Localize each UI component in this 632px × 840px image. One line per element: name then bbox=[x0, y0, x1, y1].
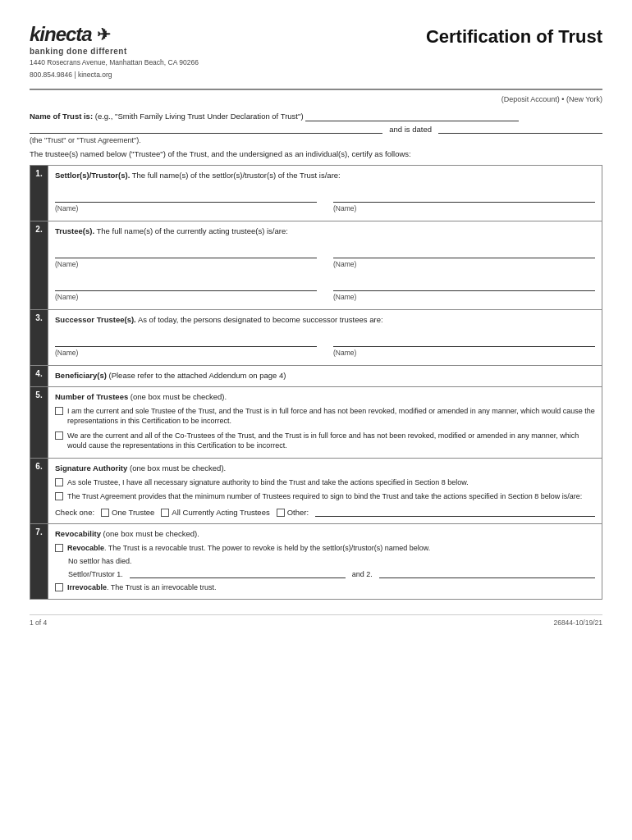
settlor-2-field[interactable] bbox=[379, 568, 595, 578]
section-5-subtitle: (one box must be checked). bbox=[131, 392, 227, 401]
section-2-name-fields-1: (Name) (Name) bbox=[55, 247, 595, 268]
section-2-name1-field[interactable] bbox=[55, 247, 317, 258]
logo-text: kinecta ✈ bbox=[30, 23, 199, 46]
section-3-name2-label: (Name) bbox=[333, 349, 595, 357]
trust-name-continued-field[interactable] bbox=[30, 124, 382, 134]
settlor-1-field[interactable] bbox=[130, 568, 346, 578]
logo-address-line1: 1440 Rosecrans Avenue, Manhattan Beach, … bbox=[30, 57, 199, 68]
section-6-checkbox1[interactable] bbox=[55, 478, 63, 486]
one-trustee-checkbox[interactable] bbox=[101, 509, 109, 517]
section-6-content: Signature Authority (one box must be che… bbox=[48, 458, 602, 523]
section-6-checkbox1-text: As sole Trustee, I have all necessary si… bbox=[67, 477, 595, 488]
section-5-checkbox2-row: We are the current and all of the Co-Tru… bbox=[55, 431, 595, 451]
section-2-name2: (Name) bbox=[333, 247, 595, 268]
irrevocable-checkbox[interactable] bbox=[55, 583, 63, 591]
section-1-name2-field[interactable] bbox=[333, 191, 595, 203]
section-5-checkbox2[interactable] bbox=[55, 431, 63, 440]
revocable-checkbox[interactable] bbox=[55, 544, 63, 552]
trust-name-field[interactable] bbox=[305, 112, 519, 121]
check-one-trustee: One Trustee bbox=[101, 508, 154, 517]
sections-table: 1. Settlor(s)/Trustor(s). The full name(… bbox=[30, 165, 602, 600]
logo-bird-icon: ✈ bbox=[97, 25, 111, 44]
section-2-name4-field[interactable] bbox=[333, 280, 595, 291]
section-6-checkbox2-row: The Trust Agreement provides that the mi… bbox=[55, 491, 595, 502]
section-5-title: Number of Trustees bbox=[55, 392, 128, 401]
section-3-title: Successor Trustee(s). bbox=[55, 315, 136, 324]
section-1-row: 1. Settlor(s)/Trustor(s). The full name(… bbox=[30, 165, 602, 221]
other-label: Other: bbox=[287, 508, 309, 517]
logo-name: kinecta bbox=[30, 23, 92, 46]
section-6-title: Signature Authority bbox=[55, 463, 127, 472]
section-4-subtitle: (Please refer to the attached Addendum o… bbox=[108, 371, 286, 380]
section-6-checkbox2[interactable] bbox=[55, 492, 63, 500]
section-7-revocable-row: Revocable. The Trust is a revocable trus… bbox=[55, 543, 595, 554]
section-2-name2-label: (Name) bbox=[333, 260, 595, 268]
other-field[interactable] bbox=[315, 507, 595, 517]
section-1-num: 1. bbox=[30, 165, 48, 221]
doc-subtitle: (Deposit Account) • (New York) bbox=[30, 95, 602, 103]
doc-title: Certification of Trust bbox=[426, 26, 602, 48]
section-3-name1-label: (Name) bbox=[55, 349, 317, 357]
section-5-content: Number of Trustees (one box must be chec… bbox=[48, 386, 602, 458]
section-2-name-fields-2: (Name) (Name) bbox=[55, 280, 595, 301]
section-7-irrevocable-row: Irrevocable. The Trust is an irrevocable… bbox=[55, 582, 595, 593]
section-3-row: 3. Successor Trustee(s). As of today, th… bbox=[30, 309, 602, 365]
other-checkbox[interactable] bbox=[277, 509, 285, 517]
section-7-row: 7. Revocability (one box must be checked… bbox=[30, 524, 602, 600]
section-1-subtitle: The full name(s) of the settlor(s)/trust… bbox=[132, 171, 341, 180]
section-5-checkbox2-text: We are the current and all of the Co-Tru… bbox=[67, 431, 595, 451]
section-5-num: 5. bbox=[30, 386, 48, 458]
certify-text: The trustee(s) named below ("Trustee") o… bbox=[30, 149, 602, 158]
all-trustees-checkbox[interactable] bbox=[161, 509, 169, 517]
section-2-content: Trustee(s). The full name(s) of the curr… bbox=[48, 221, 602, 309]
section-2-subtitle: The full name(s) of the currently acting… bbox=[97, 226, 288, 235]
irrevocable-text: Irrevocable. The Trust is an irrevocable… bbox=[67, 582, 595, 593]
section-2-name2-field[interactable] bbox=[333, 247, 595, 258]
settlor-line-row: Settlor/Trustor 1. and 2. bbox=[68, 568, 595, 578]
section-7-content: Revocability (one box must be checked). … bbox=[48, 524, 602, 600]
section-5-row: 5. Number of Trustees (one box must be c… bbox=[30, 386, 602, 458]
section-2-title: Trustee(s). bbox=[55, 226, 94, 235]
section-3-num: 3. bbox=[30, 309, 48, 365]
irrevocable-label: Irrevocable bbox=[67, 583, 107, 591]
section-3-subtitle: As of today, the persons designated to b… bbox=[138, 315, 383, 324]
settlor-trustor-label: Settlor/Trustor 1. bbox=[68, 570, 123, 578]
all-trustees-label: All Currently Acting Trustees bbox=[172, 508, 269, 517]
form-body: Name of Trust is: (e.g., "Smith Family L… bbox=[30, 112, 602, 600]
page-number: 1 of 4 bbox=[30, 619, 47, 627]
section-1-name1-label: (Name) bbox=[55, 204, 317, 212]
section-2-name3-label: (Name) bbox=[55, 293, 317, 301]
section-3-name1-field[interactable] bbox=[55, 336, 317, 347]
section-3-name2-field[interactable] bbox=[333, 336, 595, 347]
section-5-checkbox1-text: I am the current and sole Trustee of the… bbox=[67, 406, 595, 427]
section-3-name2: (Name) bbox=[333, 336, 595, 357]
no-settlor-text: No settlor has died. bbox=[68, 557, 595, 565]
section-1-name1: (Name) bbox=[55, 191, 317, 212]
section-3-name-fields: (Name) (Name) bbox=[55, 336, 595, 357]
section-2-name4-label: (Name) bbox=[333, 293, 595, 301]
section-3-content: Successor Trustee(s). As of today, the p… bbox=[48, 309, 602, 365]
section-2-name4: (Name) bbox=[333, 280, 595, 301]
section-4-title: Beneficiary(s) bbox=[55, 371, 107, 380]
section-3-name1: (Name) bbox=[55, 336, 317, 357]
section-4-num: 4. bbox=[30, 365, 48, 386]
section-1-content: Settlor(s)/Trustor(s). The full name(s) … bbox=[48, 165, 602, 221]
section-5-checkbox1-row: I am the current and sole Trustee of the… bbox=[55, 406, 595, 427]
trust-agreement-label: (the "Trust" or "Trust Agreement"). bbox=[30, 136, 602, 144]
page: kinecta ✈ banking done different 1440 Ro… bbox=[0, 0, 632, 840]
trust-name-row: Name of Trust is: (e.g., "Smith Family L… bbox=[30, 112, 602, 121]
section-2-name3-field[interactable] bbox=[55, 280, 317, 291]
section-1-name1-field[interactable] bbox=[55, 191, 317, 203]
section-7-title: Revocability bbox=[55, 529, 101, 538]
section-6-subtitle: (one box must be checked). bbox=[130, 463, 226, 472]
section-2-name1-label: (Name) bbox=[55, 260, 317, 268]
section-2-num: 2. bbox=[30, 221, 48, 309]
trust-date-field[interactable] bbox=[438, 124, 602, 134]
section-1-title: Settlor(s)/Trustor(s). bbox=[55, 171, 130, 180]
check-other: Other: bbox=[277, 508, 309, 517]
section-5-checkbox1[interactable] bbox=[55, 407, 63, 415]
header: kinecta ✈ banking done different 1440 Ro… bbox=[30, 23, 602, 90]
section-6-num: 6. bbox=[30, 458, 48, 523]
section-2-name1: (Name) bbox=[55, 247, 317, 268]
doc-number: 26844-10/19/21 bbox=[553, 619, 602, 627]
